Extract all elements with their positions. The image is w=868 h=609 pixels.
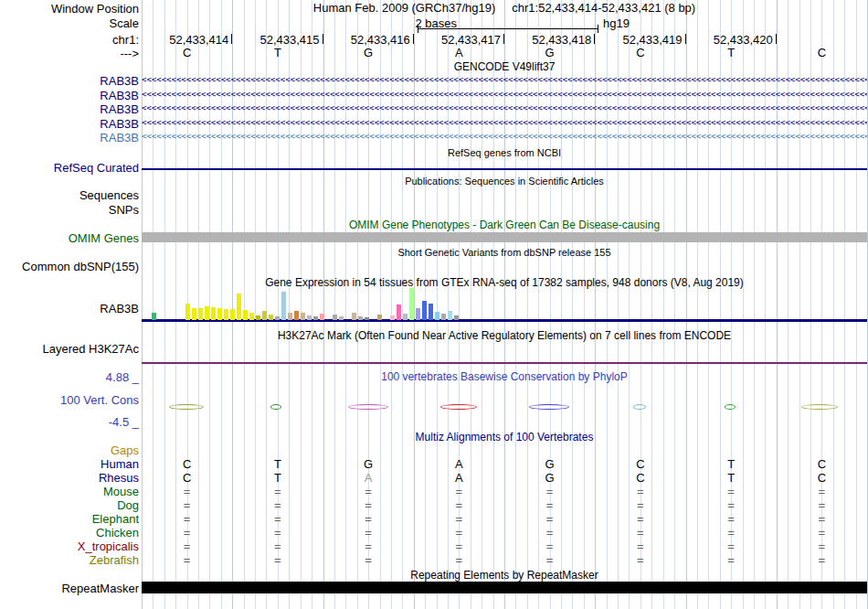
h3k27ac-track-line[interactable] (142, 362, 867, 364)
coordinate-tick (231, 34, 232, 44)
gtex-expression-bar[interactable] (365, 317, 369, 320)
common-dbsnp-label[interactable]: Common dbSNP(155) (0, 260, 139, 273)
layered-h3k27ac-label[interactable]: Layered H3K27Ac (0, 342, 139, 356)
multiz-base-cell: = (359, 512, 377, 526)
gtex-expression-bar[interactable] (237, 294, 241, 320)
gtex-gene-label[interactable]: RAB3B (0, 302, 139, 315)
multiz-base-cell: = (812, 526, 831, 540)
gtex-expression-bar[interactable] (185, 304, 190, 320)
conservation-wiggle-mark[interactable] (348, 404, 388, 410)
gtex-expression-bar[interactable] (313, 316, 318, 320)
multiz-base-cell: T (269, 471, 287, 485)
multiz-species-label[interactable]: Rhesus (0, 471, 139, 485)
gtex-expression-bar[interactable] (152, 313, 156, 320)
gencode-transcript-label[interactable]: RAB3B (0, 74, 139, 88)
gtex-expression-bar[interactable] (454, 315, 459, 320)
multiz-base-cell: = (722, 512, 740, 526)
multiz-base-cell: C (812, 471, 831, 485)
gtex-expression-bar[interactable] (409, 288, 414, 320)
sequences-label[interactable]: Sequences (0, 188, 139, 202)
gtex-expression-bar[interactable] (377, 315, 382, 320)
multiz-base-cell: = (450, 498, 468, 512)
conservation-track-label[interactable]: 100 Vert. Cons (0, 393, 139, 407)
gtex-expression-bar[interactable] (224, 309, 228, 320)
gtex-expression-bar[interactable] (435, 312, 439, 320)
gtex-expression-bar[interactable] (269, 315, 273, 320)
multiz-species-label[interactable]: Mouse (0, 485, 139, 498)
multiz-base-cell: G (541, 457, 559, 471)
conservation-wiggle-mark[interactable] (270, 404, 281, 410)
gencode-transcript-arrows[interactable]: <<<<<<<<<<<<<<<<<<<<<<<<<<<<<<<<<<<<<<<<… (142, 73, 867, 87)
gtex-expression-bar[interactable] (320, 314, 324, 320)
conservation-wiggle-mark[interactable] (725, 404, 736, 410)
conservation-wiggle-mark[interactable] (633, 404, 646, 410)
gencode-transcript-label[interactable]: RAB3B (0, 89, 139, 102)
multiz-base-cell: = (359, 498, 377, 512)
gtex-expression-bar[interactable] (249, 313, 254, 320)
gtex-expression-bar[interactable] (339, 316, 344, 320)
repeatmasker-bar[interactable] (142, 582, 867, 593)
multiz-base-cell: = (722, 526, 740, 540)
gtex-expression-bar[interactable] (307, 315, 312, 320)
gtex-expression-bar[interactable] (397, 304, 401, 320)
gtex-expression-bar[interactable] (416, 308, 420, 320)
gencode-transcript-arrows[interactable]: <<<<<<<<<<<<<<<<<<<<<<<<<<<<<<<<<<<<<<<<… (142, 130, 867, 144)
gtex-expression-bar[interactable] (211, 307, 216, 320)
gencode-transcript-arrows[interactable]: <<<<<<<<<<<<<<<<<<<<<<<<<<<<<<<<<<<<<<<<… (142, 116, 867, 130)
conservation-wiggle-mark[interactable] (169, 404, 204, 410)
multiz-base-cell: = (812, 553, 831, 567)
gencode-transcript-label[interactable]: RAB3B (0, 102, 139, 116)
multiz-species-label[interactable]: Dog (0, 498, 139, 512)
snps-label[interactable]: SNPs (0, 203, 139, 217)
multiz-base-cell: = (812, 498, 831, 512)
multiz-base-cell: = (178, 512, 196, 526)
omim-genes-bar[interactable] (142, 232, 867, 242)
gtex-expression-bar[interactable] (230, 309, 235, 320)
gencode-transcript-label[interactable]: RAB3B (0, 117, 139, 131)
multiz-species-label[interactable]: Zebrafish (0, 553, 139, 567)
omim-genes-label[interactable]: OMIM Genes (0, 231, 139, 245)
multiz-base-cell: = (450, 485, 468, 498)
gtex-expression-bar[interactable] (352, 313, 356, 320)
gtex-expression-bar[interactable] (301, 313, 305, 320)
gaps-label[interactable]: Gaps (0, 443, 139, 457)
multiz-species-label[interactable]: Chicken (0, 526, 139, 540)
gtex-expression-bar[interactable] (217, 308, 222, 320)
gtex-expression-bar[interactable] (192, 308, 196, 320)
gtex-expression-bar[interactable] (294, 311, 299, 320)
gtex-expression-bar[interactable] (358, 316, 363, 320)
multiz-base-cell: = (812, 485, 831, 498)
chrom-label: chr1: (0, 33, 139, 47)
gtex-expression-bar[interactable] (441, 314, 446, 320)
gtex-expression-bar[interactable] (403, 314, 408, 320)
gencode-transcript-label[interactable]: RAB3B (0, 131, 139, 144)
multiz-species-label[interactable]: X_tropicalis (0, 540, 139, 553)
gtex-expression-bar[interactable] (429, 304, 433, 320)
conservation-wiggle-mark[interactable] (801, 404, 838, 410)
coordinate-label: 52,433,419 (614, 33, 683, 47)
gtex-expression-bar[interactable] (333, 315, 337, 320)
refseq-curated-label[interactable]: RefSeq Curated (0, 161, 139, 175)
gencode-transcript-arrows[interactable]: <<<<<<<<<<<<<<<<<<<<<<<<<<<<<<<<<<<<<<<<… (142, 102, 867, 115)
gtex-expression-bar[interactable] (390, 315, 395, 320)
gtex-expression-bar[interactable] (256, 315, 260, 320)
gtex-expression-bar[interactable] (262, 311, 267, 320)
gtex-expression-bar[interactable] (281, 292, 286, 320)
multiz-species-label[interactable]: Elephant (0, 512, 139, 526)
multiz-base-cell: T (269, 457, 287, 471)
refseq-gene-bar[interactable] (142, 168, 867, 170)
conservation-wiggle-mark[interactable] (529, 404, 569, 410)
repeatmasker-label[interactable]: RepeatMasker (0, 582, 139, 595)
gtex-expression-bar[interactable] (448, 311, 452, 320)
genome-browser-tracks-image[interactable]: Human Feb. 2009 (GRCh37/hg19)chr1:52,433… (0, 0, 868, 609)
gtex-expression-bar[interactable] (288, 313, 292, 320)
gtex-expression-bar[interactable] (205, 306, 209, 320)
gtex-expression-bar[interactable] (243, 310, 248, 320)
strand-arrow-label: ---> (0, 47, 139, 60)
gtex-expression-bar[interactable] (198, 308, 203, 320)
multiz-species-label[interactable]: Human (0, 457, 139, 471)
conservation-wiggle-mark[interactable] (440, 404, 477, 410)
gtex-expression-bar[interactable] (422, 301, 427, 320)
gencode-transcript-arrows[interactable]: <<<<<<<<<<<<<<<<<<<<<<<<<<<<<<<<<<<<<<<<… (142, 88, 867, 102)
gtex-expression-bar[interactable] (275, 316, 280, 320)
